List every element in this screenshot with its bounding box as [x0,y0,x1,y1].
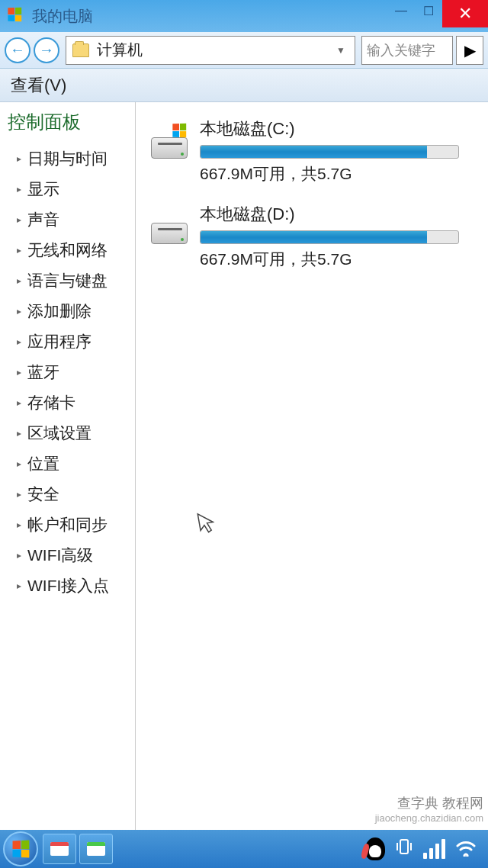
sidebar-item-label: 声音 [27,209,59,230]
chevron-right-icon: ▸ [17,153,21,164]
sidebar-item-label: WIFI接入点 [27,575,109,596]
address-text: 计算机 [97,40,333,60]
maximize-button[interactable]: ☐ [415,0,442,21]
chevron-right-icon: ▸ [17,184,21,194]
sidebar-item-label: 显示 [27,178,59,200]
sidebar-list: ▸日期与时间 ▸显示 ▸声音 ▸无线和网络 ▸语言与键盘 ▸添加删除 ▸应用程序… [6,143,129,601]
sidebar-item-region[interactable]: ▸区域设置 [6,418,129,448]
forward-button[interactable]: → [34,37,59,63]
sidebar-item-location[interactable]: ▸位置 [6,448,129,479]
chevron-right-icon: ▸ [17,245,21,256]
sidebar-item-label: 位置 [27,453,59,474]
qq-icon[interactable] [365,837,385,860]
chevron-right-icon: ▸ [17,336,21,347]
menu-view[interactable]: 查看(V) [11,74,66,97]
chevron-right-icon: ▸ [17,428,21,439]
chevron-right-icon: ▸ [17,489,21,500]
content-area: 控制面板 ▸日期与时间 ▸显示 ▸声音 ▸无线和网络 ▸语言与键盘 ▸添加删除 … [0,102,488,830]
chevron-right-icon: ▸ [17,214,21,225]
sidebar-item-label: 蓝牙 [27,362,59,383]
arrow-left-icon: ← [10,41,25,59]
chevron-right-icon: ▸ [17,550,21,561]
go-button[interactable]: ▶ [456,36,483,65]
sidebar-item-label: 添加删除 [27,301,92,322]
window-title: 我的电脑 [32,6,387,27]
close-button[interactable]: ✕ [442,0,488,27]
drive-d[interactable]: 本地磁盘(D:) 667.9M可用，共5.7G [146,203,477,270]
sidebar-item-addremove[interactable]: ▸添加删除 [6,296,129,326]
chevron-right-icon: ▸ [17,580,21,591]
sidebar-item-label: 日期与时间 [27,148,108,169]
taskbar-app-2[interactable] [79,834,113,864]
svg-rect-0 [400,840,408,854]
usage-bar [200,230,459,244]
sidebar-item-wifi-ap[interactable]: ▸WIFI接入点 [6,571,129,601]
vibrate-icon[interactable] [394,837,414,861]
sidebar-item-datetime[interactable]: ▸日期与时间 [6,143,129,174]
address-dropdown-icon[interactable]: ▼ [333,45,348,56]
window-icon [87,842,105,856]
sidebar-item-label: 安全 [27,484,59,505]
menubar: 查看(V) [0,69,488,102]
chevron-right-icon: ▸ [17,275,21,286]
sidebar-item-wifi-advanced[interactable]: ▸WIFI高级 [6,540,129,571]
signal-icon[interactable] [423,839,445,859]
toolbar: ← → 计算机 ▼ 输入关键字 ▶ [0,32,488,69]
address-bar[interactable]: 计算机 ▼ [66,36,355,65]
sidebar-item-storage[interactable]: ▸存储卡 [6,387,129,418]
drive-status: 667.9M可用，共5.7G [200,163,477,185]
sidebar-item-wireless[interactable]: ▸无线和网络 [6,235,129,265]
system-tray [365,837,485,861]
sidebar-item-label: 帐户和同步 [27,514,108,535]
folder-icon [72,43,89,57]
taskbar [0,830,488,868]
minimize-button[interactable]: — [387,0,415,21]
window-controls: — ☐ ✕ [387,0,488,32]
sidebar-item-label: 无线和网络 [27,240,108,261]
titlebar: 我的电脑 — ☐ ✕ [0,0,488,32]
sidebar-item-label: 区域设置 [27,423,92,444]
chevron-right-icon: ▸ [17,397,21,408]
start-button[interactable] [3,831,38,866]
back-button[interactable]: ← [5,37,30,63]
search-input[interactable]: 输入关键字 [361,36,453,65]
sidebar-item-bluetooth[interactable]: ▸蓝牙 [6,357,129,387]
sidebar: 控制面板 ▸日期与时间 ▸显示 ▸声音 ▸无线和网络 ▸语言与键盘 ▸添加删除 … [0,102,136,830]
play-icon: ▶ [464,41,476,59]
sidebar-item-label: 应用程序 [27,331,92,352]
chevron-right-icon: ▸ [17,519,21,530]
drive-name: 本地磁盘(D:) [200,203,477,226]
drive-icon [146,209,192,247]
drive-status: 667.9M可用，共5.7G [200,249,477,270]
window-icon [50,842,69,856]
sidebar-item-display[interactable]: ▸显示 [6,174,129,204]
sidebar-item-language[interactable]: ▸语言与键盘 [6,265,129,296]
drive-info: 本地磁盘(C:) 667.9M可用，共5.7G [200,117,477,185]
usage-bar [200,145,459,159]
app-icon [8,8,24,24]
wifi-icon[interactable] [454,838,477,860]
drive-info: 本地磁盘(D:) 667.9M可用，共5.7G [200,203,477,270]
chevron-right-icon: ▸ [17,306,21,317]
drive-icon [146,124,192,162]
arrow-right-icon: → [39,41,54,59]
chevron-right-icon: ▸ [17,367,21,378]
usage-fill [201,231,427,243]
drive-name: 本地磁盘(C:) [200,117,477,140]
sidebar-item-sound[interactable]: ▸声音 [6,204,129,235]
main-area: 本地磁盘(C:) 667.9M可用，共5.7G 本地磁盘(D:) 667.9M可… [136,102,488,830]
sidebar-item-label: WIFI高级 [27,545,93,566]
sidebar-item-label: 语言与键盘 [27,270,108,291]
sidebar-item-accounts[interactable]: ▸帐户和同步 [6,510,129,540]
sidebar-item-security[interactable]: ▸安全 [6,479,129,510]
usage-fill [201,146,427,158]
taskbar-app-1[interactable] [43,834,76,864]
sidebar-item-label: 存储卡 [27,392,75,413]
chevron-right-icon: ▸ [17,458,21,469]
drive-c[interactable]: 本地磁盘(C:) 667.9M可用，共5.7G [146,117,477,185]
sidebar-title: 控制面板 [8,110,129,134]
sidebar-item-apps[interactable]: ▸应用程序 [6,326,129,357]
